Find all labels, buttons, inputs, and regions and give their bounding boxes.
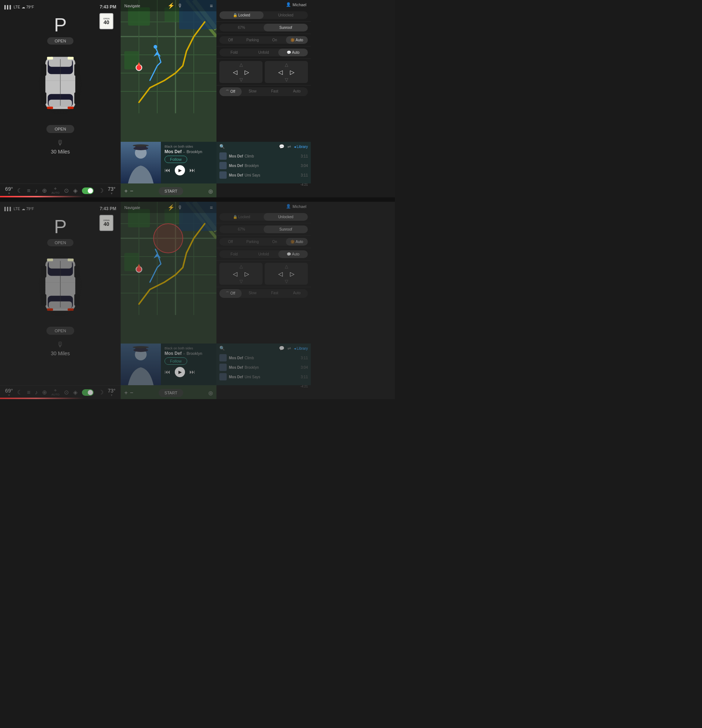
window-left[interactable]: △ ◁ ▷ ▽ [219, 61, 262, 83]
microphone-icon[interactable]: 🎙 [56, 139, 64, 147]
lights-on-btn-b[interactable]: On [263, 238, 286, 246]
navigate-icon-b[interactable]: ◈ [73, 389, 78, 396]
music-library-btn-b[interactable]: ◂ Library [294, 346, 308, 351]
layers-icon[interactable]: ⊙ [64, 187, 69, 194]
navigate-icon[interactable]: ◈ [73, 187, 78, 194]
wiper-fast-btn-b[interactable]: Fast [263, 289, 286, 298]
zoom-out-icon-b[interactable]: − [130, 390, 133, 396]
moon-icon-b[interactable]: ☾ [17, 389, 22, 396]
win-left-up-b[interactable]: △ [239, 264, 243, 269]
sunroof-percent-b[interactable]: 67% [219, 225, 263, 233]
lights-off-btn-b[interactable]: Off [219, 238, 242, 246]
follow-button-bottom[interactable]: Follow [165, 357, 187, 365]
globe-icon-b[interactable]: ⊕ [42, 389, 47, 396]
toggle-switch[interactable] [82, 188, 94, 194]
menu-icon-b[interactable]: ≡ [27, 389, 30, 396]
win-right-down[interactable]: ▽ [285, 77, 288, 82]
prev-button-b[interactable]: ⏮ [165, 369, 170, 376]
mirror-auto-btn-b[interactable]: 💬 Auto [278, 250, 308, 258]
open-button-top-b[interactable]: OPEN [47, 239, 73, 246]
play-button-b[interactable]: ▶ [175, 367, 185, 377]
wiper-slow-btn-b[interactable]: Slow [242, 289, 264, 298]
window-right-b[interactable]: △ ◁ ▷ ▽ [265, 263, 308, 285]
locked-button-b[interactable]: 🔒 Locked [219, 213, 263, 221]
fold-btn-b[interactable]: Fold [219, 250, 249, 258]
win-left-right-b[interactable]: ▷ [245, 270, 249, 277]
music-shuffle-icon-b[interactable]: ⇌ [287, 346, 291, 351]
start-button-b[interactable]: START [159, 389, 183, 397]
lights-auto-btn[interactable]: 🔆 Auto [286, 36, 308, 44]
location-icon[interactable]: ◎ [208, 188, 213, 194]
crescent-icon[interactable]: ☽ [98, 187, 103, 194]
location-icon-b[interactable]: ◎ [208, 390, 213, 396]
music-queue-icon-b[interactable]: 💬 [279, 346, 284, 351]
win-right-down-b[interactable]: ▽ [285, 279, 288, 284]
track-item-3[interactable]: Mos Def Umi Says 3:11 [216, 170, 311, 180]
wiper-fast-btn[interactable]: Fast [263, 87, 286, 96]
zoom-in-icon-b[interactable]: + [124, 390, 127, 396]
start-button[interactable]: START [159, 187, 183, 195]
wiper-auto-btn[interactable]: Auto [286, 87, 308, 96]
next-button[interactable]: ⏭ [190, 167, 195, 173]
win-left-down-b[interactable]: ▽ [239, 279, 243, 284]
zoom-out-icon[interactable]: − [130, 188, 133, 194]
toggle-switch-b[interactable] [82, 389, 94, 396]
lights-on-btn[interactable]: On [263, 36, 286, 44]
zoom-in-icon[interactable]: + [124, 188, 127, 194]
wiper-slow-btn[interactable]: Slow [242, 87, 264, 96]
win-right-up-b[interactable]: △ [285, 264, 288, 269]
navigate-label-b[interactable]: Navigate [124, 205, 140, 210]
crescent-icon-b[interactable]: ☽ [98, 389, 103, 396]
mic-map-icon-b[interactable]: 🎙 [178, 205, 183, 211]
win-right-up[interactable]: △ [285, 62, 288, 67]
fold-btn[interactable]: Fold [219, 49, 249, 56]
mirror-auto-btn[interactable]: 💬 Auto [278, 49, 308, 56]
music-icon-b[interactable]: ♪ [35, 389, 38, 396]
microphone-icon-b[interactable]: 🎙 [56, 341, 64, 349]
track-item-1b[interactable]: Mos Def Climb 3:11 [216, 353, 311, 363]
music-queue-icon[interactable]: 💬 [279, 144, 284, 149]
music-search-icon[interactable]: 🔍 [219, 144, 225, 149]
moon-icon[interactable]: ☾ [17, 187, 22, 194]
unlocked-button-b[interactable]: Unlocked [263, 213, 308, 221]
sunroof-label-b[interactable]: Sunroof [263, 225, 308, 233]
track-item-1[interactable]: Mos Def Climb 3:11 [216, 151, 311, 161]
parking-btn[interactable]: Parking [242, 36, 264, 44]
next-button-b[interactable]: ⏭ [190, 369, 195, 376]
win-right-right[interactable]: ▷ [290, 69, 294, 76]
wiper-auto-btn-b[interactable]: Auto [286, 289, 308, 298]
win-left-left-b[interactable]: ◁ [233, 270, 237, 277]
unfold-btn-b[interactable]: Unfold [249, 250, 279, 258]
layers-icon-b[interactable]: ⊙ [64, 389, 69, 396]
track-item-3b[interactable]: Mos Def Umi Says 3:11 [216, 372, 311, 381]
unlocked-button[interactable]: Unlocked [263, 12, 308, 19]
map-zoom-controls-b[interactable]: + − [124, 390, 133, 396]
win-left-up[interactable]: △ [239, 62, 243, 67]
win-right-left[interactable]: ◁ [278, 69, 283, 76]
navigate-label[interactable]: Navigate [124, 4, 140, 8]
open-button-bottom[interactable]: OPEN [46, 125, 74, 133]
lights-auto-btn-b[interactable]: 🔆 Auto [286, 238, 308, 246]
fan-icon[interactable]: ✤ AUTO [52, 187, 59, 194]
map-menu-icon[interactable]: ≡ [210, 3, 213, 9]
win-left-down[interactable]: ▽ [239, 77, 243, 82]
win-right-right-b[interactable]: ▷ [290, 270, 294, 277]
open-button-bottom-b[interactable]: OPEN [46, 327, 74, 335]
menu-icon[interactable]: ≡ [27, 188, 30, 194]
track-item-2b[interactable]: Mos Def Brooklyn 3:04 [216, 363, 311, 372]
open-button-top[interactable]: OPEN [47, 37, 73, 45]
fan-icon-b[interactable]: ✤ AUTO [52, 389, 59, 396]
music-search-icon-b[interactable]: 🔍 [219, 346, 225, 351]
window-right[interactable]: △ ◁ ▷ ▽ [265, 61, 308, 83]
music-library-btn[interactable]: ◂ Library [294, 144, 308, 149]
map-zoom-controls[interactable]: + − [124, 188, 133, 194]
track-item-2[interactable]: Mos Def Brooklyn 3:04 [216, 161, 311, 170]
locked-button[interactable]: 🔒 Locked [219, 12, 263, 19]
win-right-left-b[interactable]: ◁ [278, 270, 283, 277]
win-left-right[interactable]: ▷ [245, 69, 249, 76]
prev-button[interactable]: ⏮ [165, 167, 170, 173]
mic-map-icon[interactable]: 🎙 [178, 3, 183, 9]
play-button[interactable]: ▶ [175, 165, 185, 175]
sunroof-percent[interactable]: 67% [219, 24, 263, 32]
lights-off-btn[interactable]: Off [219, 36, 242, 44]
